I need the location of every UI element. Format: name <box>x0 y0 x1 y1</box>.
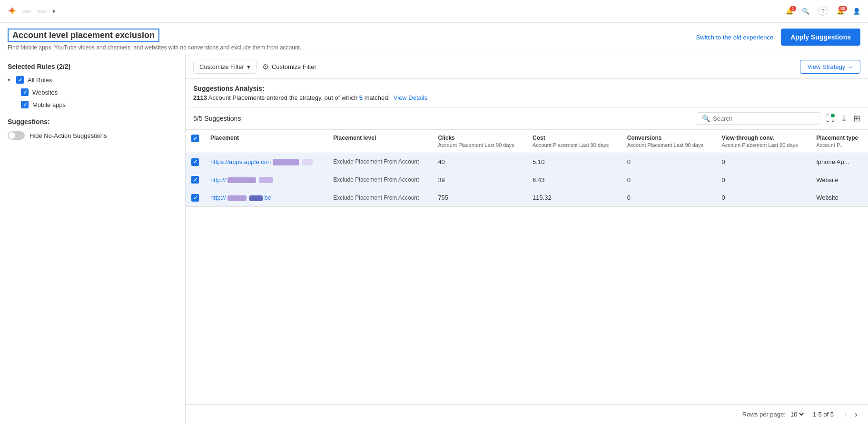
hide-no-action-row: Hide No-Action Suggestions <box>8 131 178 140</box>
mobile-apps-rule-item[interactable]: Mobile apps <box>21 101 178 108</box>
row-3-url-suffix: be <box>264 194 271 201</box>
row-2-action-text: Exclude Placement From Account <box>333 176 426 184</box>
row-2-checkbox[interactable] <box>191 176 199 184</box>
top-nav-left: ✦ ▾ <box>8 5 55 18</box>
row-1-url[interactable]: https://apps.apple.con <box>210 158 271 165</box>
table-row: http:// be Exclude Placement From Accoun… <box>186 189 868 207</box>
switch-to-old-link[interactable]: Switch to the old experience <box>696 34 774 41</box>
row-3-placement-type: Website <box>810 189 868 207</box>
websites-rule-item[interactable]: Websites <box>21 88 178 96</box>
row-2-cost: 6.43 <box>527 171 621 189</box>
nav-pill-2[interactable] <box>37 10 47 13</box>
suggestions-table: Placement Placement level Clicks Account… <box>186 130 868 207</box>
top-nav-right: 🔔 1 🔍 ? 🔔 80 👤 <box>786 7 860 16</box>
row-1-placement: https://apps.apple.con <box>205 153 327 171</box>
header-clicks: Clicks Account Placement Last 90 days <box>432 130 527 153</box>
row-3-url[interactable]: http:// <box>210 194 226 201</box>
top-nav: ✦ ▾ 🔔 1 🔍 ? 🔔 80 👤 <box>0 0 868 23</box>
row-1-action-text: Exclude Placement From Account <box>333 158 426 166</box>
row-3-placement: http:// be <box>205 189 327 207</box>
redacted-bar-3a <box>227 195 247 201</box>
hide-no-action-toggle[interactable] <box>8 131 25 140</box>
customize-filter-button[interactable]: Customize Filter ▾ <box>193 60 256 74</box>
sidebar: Selected Rules (2/2) ▾ All Rules Website… <box>0 55 186 424</box>
bell-2-badge: 80 <box>838 6 847 11</box>
next-page-button[interactable]: › <box>852 408 860 420</box>
filter-left: Customize Filter ▾ ⚙ Customize Filter <box>193 60 316 74</box>
bell-1-badge: 1 <box>790 6 796 11</box>
table-wrapper: Placement Placement level Clicks Account… <box>186 130 868 404</box>
row-2-placement-type: Website <box>810 171 868 189</box>
apply-suggestions-button[interactable]: Apply Suggestions <box>781 29 860 46</box>
row-2-action: Exclude Placement From Account <box>327 171 432 189</box>
row-3-view-through: 0 <box>716 189 810 207</box>
header-cost: Cost Account Placement Last 90 days <box>527 130 621 153</box>
row-1-action: Exclude Placement From Account <box>327 153 432 171</box>
main-layout: Selected Rules (2/2) ▾ All Rules Website… <box>0 55 868 424</box>
all-rules-item[interactable]: ▾ All Rules <box>8 76 178 84</box>
header-view-through: View-through conv. Account Placement Las… <box>716 130 810 153</box>
row-1-cost: 5.10 <box>527 153 621 171</box>
search-icon[interactable]: 🔍 <box>802 8 809 15</box>
row-1-clicks: 40 <box>432 153 527 171</box>
suggestions-count: 5/5 Suggestions <box>193 115 241 122</box>
customize-filter-plain-label: Customize Filter <box>272 63 316 70</box>
header-placement-type: Placement type Account P... <box>810 130 868 153</box>
row-2-clicks: 39 <box>432 171 527 189</box>
columns-icon[interactable]: ⊞ <box>853 113 860 124</box>
help-icon[interactable]: ? <box>818 7 828 16</box>
table-body: https://apps.apple.con Exclude Placement… <box>186 153 868 207</box>
redacted-bar-2b <box>259 177 273 183</box>
header-checkbox-cell <box>186 130 205 153</box>
row-3-clicks: 755 <box>432 189 527 207</box>
nav-pill-1[interactable] <box>22 10 31 13</box>
all-rules-label: All Rules <box>28 77 52 84</box>
all-rules-checkbox[interactable] <box>16 76 24 84</box>
analysis-section: Suggestions Analysis: 2113 Account Place… <box>186 79 868 107</box>
logo-icon: ✦ <box>8 5 16 18</box>
websites-checkbox[interactable] <box>21 88 29 96</box>
content-area: Customize Filter ▾ ⚙ Customize Filter Vi… <box>186 55 868 424</box>
search-icon: 🔍 <box>702 115 710 122</box>
analysis-body: Account Placements entered the strategy,… <box>208 94 357 101</box>
redacted-bar-1 <box>273 159 299 165</box>
user-icon[interactable]: 👤 <box>853 8 860 15</box>
page-info: 1-5 of 5 <box>813 411 834 418</box>
row-1-conversions: 0 <box>621 153 716 171</box>
mobile-apps-label: Mobile apps <box>32 101 66 108</box>
redacted-bar-1b <box>302 159 313 165</box>
hide-no-action-label: Hide No-Action Suggestions <box>30 132 107 139</box>
prev-page-button[interactable]: ‹ <box>841 408 850 420</box>
view-strategy-button[interactable]: View Strategy → <box>800 60 860 74</box>
table-footer: Rows per page: 10 25 50 1-5 of 5 ‹ › <box>186 404 868 424</box>
row-3-checkbox[interactable] <box>191 194 199 202</box>
customize-filter-label: Customize Filter <box>199 63 244 70</box>
notification-bell-1[interactable]: 🔔 1 <box>786 8 793 15</box>
search-box[interactable]: 🔍 <box>697 112 820 125</box>
row-1-checkbox[interactable] <box>191 158 199 166</box>
filter-bar: Customize Filter ▾ ⚙ Customize Filter Vi… <box>186 55 868 79</box>
download-icon[interactable]: ⤓ <box>840 113 848 124</box>
rows-per-page-select[interactable]: 10 25 50 <box>789 410 805 418</box>
page-subtitle: Find Mobile apps, YouTube videos and cha… <box>8 44 301 51</box>
notification-bell-2[interactable]: 🔔 80 <box>837 8 844 15</box>
suggestions-title: Suggestions: <box>8 118 178 126</box>
chevron-down-icon: ▾ <box>247 63 250 70</box>
mobile-apps-checkbox[interactable] <box>21 101 29 108</box>
search-input[interactable] <box>713 115 815 122</box>
row-checkbox-cell <box>186 171 205 189</box>
view-details-link[interactable]: View Details <box>394 94 427 101</box>
row-3-action-text: Exclude Placement From Account <box>333 194 426 202</box>
analysis-matched: 5 <box>359 94 363 101</box>
row-1-view-through: 0 <box>716 153 810 171</box>
row-2-url[interactable]: http:// <box>210 176 226 184</box>
nav-dropdown[interactable]: ▾ <box>52 8 55 15</box>
customize-filter-plain[interactable]: ⚙ Customize Filter <box>262 62 316 71</box>
table-header: Placement Placement level Clicks Account… <box>186 130 868 153</box>
select-all-checkbox[interactable] <box>191 135 199 142</box>
analysis-title: Suggestions Analysis: <box>193 85 860 92</box>
row-checkbox-cell <box>186 153 205 171</box>
row-2-view-through: 0 <box>716 171 810 189</box>
table-row: http:// Exclude Placement From Account 3… <box>186 171 868 189</box>
expand-icon-wrapper[interactable]: ⛶ <box>826 114 835 124</box>
